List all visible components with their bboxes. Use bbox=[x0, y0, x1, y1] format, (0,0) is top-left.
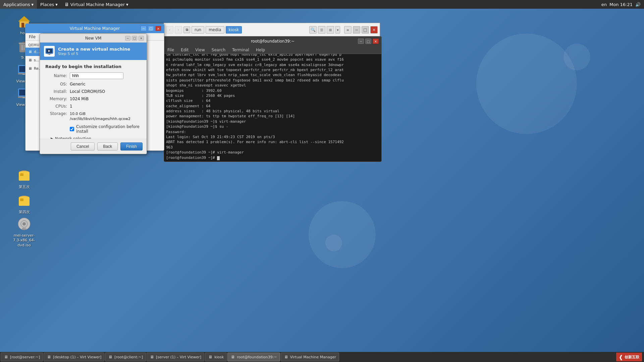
expand-arrow-icon: ▶ bbox=[51, 136, 54, 139]
fm-run-btn[interactable]: run bbox=[192, 26, 204, 34]
fm-maximize-btn[interactable]: □ bbox=[362, 26, 369, 34]
wuci-icon-img bbox=[16, 167, 32, 183]
deco-circle-3 bbox=[564, 44, 590, 70]
terminal-cursor bbox=[217, 156, 220, 160]
terminal-line-3: ni pclmulqdq monitor ssse3 fma cx16 sse4… bbox=[166, 57, 379, 62]
vmm-maximize-btn[interactable]: □ bbox=[148, 26, 154, 31]
new-vm-storage-label: Storage: bbox=[45, 111, 67, 116]
taskbar-task-root-server[interactable]: 🖥 [root@server:~] bbox=[1, 353, 43, 361]
taskbar-icon-server-virt: 🖥 bbox=[150, 355, 154, 359]
desktop-icon-iso[interactable]: ISO mel-server-7.3-x86_64-dvd.iso bbox=[9, 215, 39, 249]
terminal-menu-help[interactable]: Help bbox=[255, 47, 266, 53]
vmm-minimize-btn[interactable]: − bbox=[141, 26, 147, 31]
vmm-close-btn[interactable]: × bbox=[155, 26, 161, 31]
terminal-window: root@foundation39:~ − □ × File Edit View… bbox=[164, 36, 382, 162]
vm-small-icon-2: 🖥 bbox=[28, 66, 32, 71]
terminal-minimize-btn[interactable]: − bbox=[358, 39, 364, 44]
svg-rect-29 bbox=[49, 54, 50, 55]
fm-media-btn[interactable]: media bbox=[206, 26, 224, 34]
fm-menu-btn[interactable]: ≡ bbox=[344, 26, 352, 34]
terminal-menu-search[interactable]: Search bbox=[210, 47, 227, 53]
terminal-line-19: Last login: Sat Oct 19 21:49:23 CST 2019… bbox=[166, 134, 379, 139]
terminal-line-8: shopt sha_ni xsaveopt xsavec xgetbvl bbox=[166, 83, 379, 88]
taskbar-label-server-virt: [server (1) – Virt Viewer] bbox=[156, 355, 201, 359]
svg-rect-1 bbox=[21, 23, 24, 27]
new-vm-install-field: Install: Local CDROM/ISO bbox=[45, 89, 141, 94]
places-label: Places bbox=[40, 2, 54, 7]
vmm-menu-file[interactable]: File bbox=[28, 34, 37, 40]
new-vm-expand-network[interactable]: ▶ Network selection bbox=[51, 136, 141, 139]
taskbar-task-kiosk[interactable]: 🖥 kiosk bbox=[205, 353, 227, 361]
fm-back-btn[interactable]: ‹ bbox=[166, 26, 173, 34]
fm-search-btn[interactable]: 🔍 bbox=[309, 26, 317, 34]
new-vm-header-text: Create a new virtual machine Step 5 of 5 bbox=[58, 47, 130, 56]
taskbar-top-right: en Mon 16:21 🔊 bbox=[598, 2, 644, 7]
fm-minimize-btn[interactable]: − bbox=[353, 26, 360, 34]
new-vm-name-field: Name: bbox=[45, 72, 141, 79]
taskbar-task-root-foundation[interactable]: 🖥 root@foundation39:~ bbox=[227, 353, 280, 361]
terminal-line-12: cache_alignment : 64 bbox=[166, 104, 379, 109]
new-vm-storage-value: 10.0 GiB /var/lib/libvirt/images/hhh.qco… bbox=[70, 111, 141, 122]
new-vm-name-input[interactable] bbox=[70, 72, 123, 79]
applications-arrow: ▾ bbox=[31, 2, 34, 7]
applications-label: Applications bbox=[3, 2, 30, 7]
taskbar-task-virt-manager[interactable]: 🖥 Virtual Machine Manager bbox=[281, 353, 339, 361]
terminal-line-17: [kiosk@foundation39 ~]$ su - bbox=[166, 124, 379, 129]
places-menu[interactable]: Places ▾ bbox=[37, 0, 61, 9]
new-vm-title: New VM bbox=[85, 36, 102, 41]
terminal-line-11: clflush size : 64 bbox=[166, 98, 379, 103]
fm-grid-view-btn[interactable]: ⊞ bbox=[327, 26, 334, 34]
terminal-content[interactable]: flags : fpu vme de pse tsc msr pae mce c… bbox=[164, 54, 381, 162]
new-vm-dialog: New VM − □ × Create a new virtual machin… bbox=[40, 34, 147, 154]
finish-button[interactable]: Finish bbox=[120, 142, 143, 150]
customize-checkbox[interactable] bbox=[70, 127, 74, 131]
fm-close-btn[interactable]: × bbox=[370, 26, 378, 34]
taskbar-icon-root-foundation: 🖥 bbox=[230, 355, 235, 359]
terminal-menu-terminal[interactable]: Terminal bbox=[231, 47, 251, 53]
terminal-maximize-btn[interactable]: □ bbox=[365, 39, 371, 44]
taskbar-brand[interactable]: ❰ 创新互联 bbox=[616, 353, 642, 361]
deco-circle-4 bbox=[325, 235, 342, 251]
new-vm-install-value: Local CDROM/ISO bbox=[70, 89, 105, 94]
fm-view-extra-btn[interactable]: ▾ bbox=[335, 26, 340, 34]
terminal-close-btn[interactable]: × bbox=[373, 39, 379, 44]
fm-kiosk-btn[interactable]: kiosk bbox=[226, 26, 242, 34]
fm-forward-btn[interactable]: › bbox=[175, 26, 182, 34]
terminal-menu-view[interactable]: View bbox=[194, 47, 206, 53]
terminal-line-20: ABRT has detected 1 problem(s). For more… bbox=[166, 139, 379, 144]
iso-icon-img: ISO bbox=[16, 216, 32, 232]
terminal-controls: − □ × bbox=[358, 39, 379, 44]
new-vm-header-title: Create a new virtual machine bbox=[58, 47, 130, 52]
new-vm-memory-value: 1024 MiB bbox=[70, 97, 89, 101]
vm-small-icon-0: 🖥 bbox=[28, 50, 32, 54]
sdici-icon-label: 第四次 bbox=[19, 210, 30, 215]
fm-list-view-btn[interactable]: ☰ bbox=[318, 26, 325, 34]
taskbar-task-root-client[interactable]: 🖥 [root@client:~] bbox=[105, 353, 146, 361]
svg-text:ISO: ISO bbox=[22, 228, 26, 230]
new-vm-maximize-btn[interactable]: □ bbox=[132, 36, 137, 41]
deco-circle-2 bbox=[309, 201, 376, 268]
terminal-line-14: power management: ts ttp tm hwpstate eff… bbox=[166, 114, 379, 119]
terminal-line-22: [root@foundation39 ~]# virt-manager bbox=[166, 150, 379, 155]
applications-menu[interactable]: Applications ▾ bbox=[0, 0, 37, 9]
terminal-menu-file[interactable]: File bbox=[166, 47, 175, 53]
new-vm-minimize-btn[interactable]: − bbox=[125, 36, 130, 41]
desktop-icon-wuci[interactable]: 第五次 bbox=[11, 166, 38, 191]
terminal-menu-edit[interactable]: Edit bbox=[179, 47, 190, 53]
new-vm-close-btn[interactable]: × bbox=[139, 36, 144, 41]
terminal-line-18: Password: bbox=[166, 129, 379, 134]
new-vm-cpus-label: CPUs: bbox=[45, 104, 67, 109]
volume-icon: 🔊 bbox=[635, 2, 641, 7]
taskbar-task-desktop-virt[interactable]: 🖥 [desktop (1) – Virt Viewer] bbox=[44, 353, 104, 361]
new-vm-os-value: Generic bbox=[70, 82, 86, 86]
terminal-line-10: TLB size : 2560 4K pages bbox=[166, 93, 379, 98]
vm-menu[interactable]: 🖥 Virtual Machine Manager ▾ bbox=[61, 0, 132, 9]
new-vm-footer: Cancel Back Finish bbox=[40, 139, 147, 154]
new-vm-cpus-value: 1 bbox=[70, 104, 72, 109]
places-arrow: ▾ bbox=[55, 2, 58, 7]
desktop-icon-sdici[interactable]: 第四次 bbox=[11, 191, 38, 216]
fm-view-toggle-btn[interactable]: ⧉ bbox=[183, 26, 190, 33]
cancel-button[interactable]: Cancel bbox=[71, 142, 95, 150]
back-button[interactable]: Back bbox=[97, 142, 118, 150]
taskbar-task-server-virt[interactable]: 🖥 [server (1) – Virt Viewer] bbox=[147, 353, 204, 361]
